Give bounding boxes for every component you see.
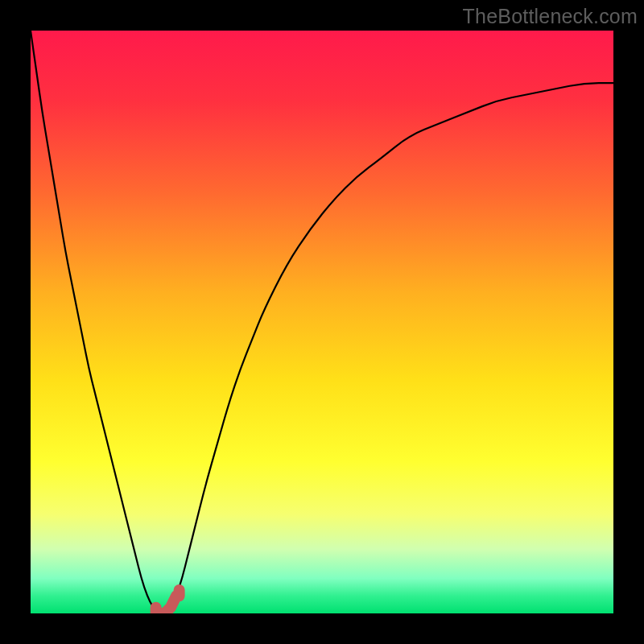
- watermark-text: TheBottleneck.com: [463, 5, 638, 28]
- bottleneck-chart: [31, 31, 613, 613]
- heatmap-background: [31, 31, 613, 613]
- chart-frame: TheBottleneck.com: [0, 0, 644, 644]
